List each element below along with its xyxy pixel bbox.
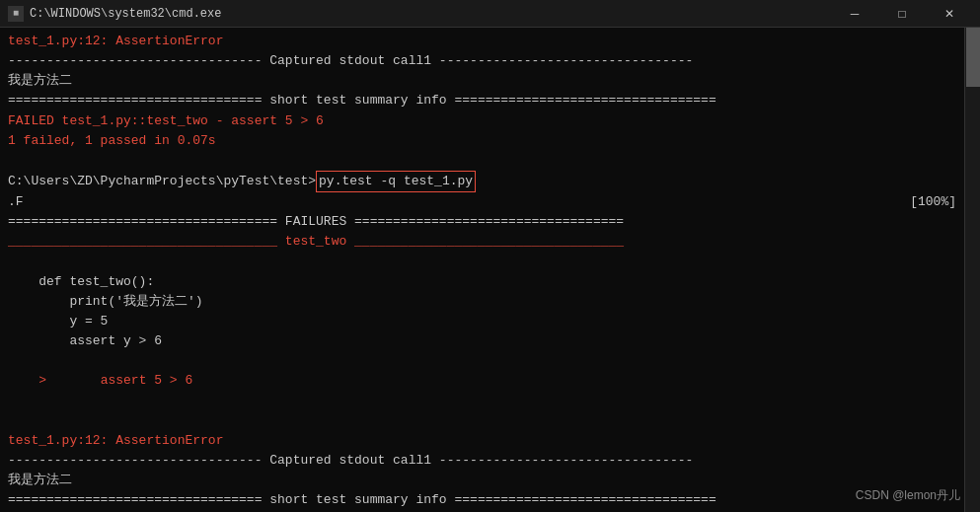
- line-double-sep-1: ================================= short …: [8, 91, 972, 110]
- line-stdout-2: 我是方法二: [8, 471, 972, 490]
- line-assert-y: assert y > 6: [8, 331, 972, 351]
- line-progress: .F [100%]: [8, 192, 972, 212]
- line-assertion-error-1: test_1.py:12: AssertionError: [8, 32, 972, 51]
- watermark: CSDN @lemon丹儿: [856, 487, 960, 504]
- line-print: print('我是方法二'): [8, 292, 972, 312]
- line-blank-2: [8, 253, 972, 272]
- cmd-text: py.test -q test_1.py: [316, 171, 476, 192]
- progress-percent: [100%]: [910, 192, 956, 212]
- line-assert-fail: > assert 5 > 6: [8, 351, 972, 410]
- line-blank-1: [8, 151, 972, 171]
- scrollbar[interactable]: [964, 28, 980, 512]
- title-bar: ■ C:\WINDOWS\system32\cmd.exe ─ □ ✕: [0, 0, 980, 28]
- window-title: C:\WINDOWS\system32\cmd.exe: [30, 7, 221, 21]
- line-assertion-error-2: test_1.py:12: AssertionError: [8, 431, 972, 451]
- line-y-assign: y = 5: [8, 312, 972, 331]
- terminal-body: test_1.py:12: AssertionError -----------…: [0, 28, 980, 512]
- progress-dots: .F: [8, 192, 24, 212]
- line-test-two-sep: ___________________________________ test…: [8, 232, 972, 252]
- gt-marker: > assert 5 > 6: [38, 373, 192, 388]
- prompt-path: C:\Users\ZD\PycharmProjects\pyTest\test>: [8, 172, 316, 191]
- line-failed-1: FAILED test_1.py::test_two - assert 5 > …: [8, 111, 972, 131]
- line-double-sep-2: ================================= short …: [8, 490, 972, 510]
- line-result-1: 1 failed, 1 passed in 0.07s: [8, 131, 972, 151]
- line-prompt-cmd: C:\Users\ZD\PycharmProjects\pyTest\test>…: [8, 171, 972, 192]
- minimize-button[interactable]: ─: [832, 0, 877, 28]
- close-button[interactable]: ✕: [927, 0, 972, 28]
- maximize-button[interactable]: □: [879, 0, 925, 28]
- cmd-icon: ■: [8, 6, 24, 22]
- line-separator-2: --------------------------------- Captur…: [8, 451, 972, 471]
- window-controls: ─ □ ✕: [832, 0, 972, 28]
- line-stdout-1: 我是方法二: [8, 71, 972, 91]
- line-separator-1: --------------------------------- Captur…: [8, 51, 972, 71]
- line-def: def test_two():: [8, 272, 972, 292]
- line-failures-sep: =================================== FAIL…: [8, 212, 972, 232]
- line-blank-3: [8, 411, 972, 431]
- scrollbar-thumb[interactable]: [966, 28, 980, 87]
